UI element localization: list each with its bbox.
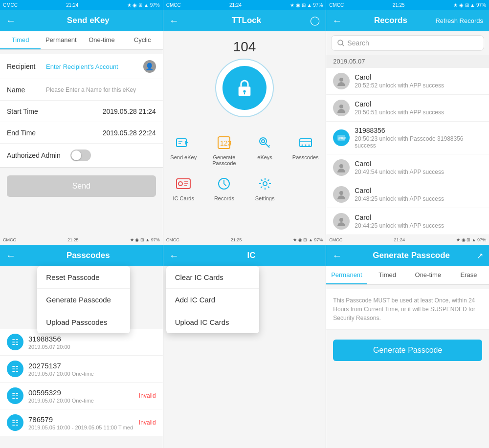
end-time-value[interactable]: 2019.05.28 22:24 bbox=[46, 129, 156, 137]
svg-point-14 bbox=[178, 182, 182, 186]
generate-passcode-button[interactable]: Generate Passcode bbox=[333, 340, 482, 361]
send-ekey-screen: ← Send eKey Timed Permanent One-time Cyc… bbox=[0, 10, 163, 235]
contact-icon[interactable]: 👤 bbox=[143, 60, 156, 73]
ttlock-body: 104 bbox=[163, 31, 326, 235]
gen-tab-timed[interactable]: Timed bbox=[367, 266, 408, 284]
avatar-5 bbox=[333, 213, 350, 230]
lock-number: 104 bbox=[233, 39, 256, 55]
passcode-item-3[interactable]: ☷ 786579 2019.05.05 10:00 - 2019.05.05 1… bbox=[0, 409, 163, 436]
carrier-right: CMCC bbox=[329, 2, 344, 8]
passcodes-back-icon[interactable]: ← bbox=[6, 250, 16, 261]
menu-ic-cards[interactable]: IC Cards bbox=[163, 170, 204, 205]
gen-back-icon[interactable]: ← bbox=[332, 250, 342, 261]
passcode-meta-1: 2019.05.07 20:00 One-time bbox=[28, 371, 156, 377]
ttlock-settings-icon[interactable]: ◯ bbox=[310, 15, 320, 26]
tab-one-time[interactable]: One-time bbox=[81, 31, 122, 49]
svg-point-18 bbox=[339, 78, 343, 82]
passcode-item-1[interactable]: ☷ 20275137 2019.05.07 20:00 One-time bbox=[0, 356, 163, 383]
svg-point-12 bbox=[308, 145, 310, 146]
gen-share-icon[interactable]: ↗ bbox=[477, 251, 483, 260]
refresh-records-button[interactable]: Refresh Records bbox=[435, 17, 483, 24]
passcodes-icon bbox=[296, 133, 315, 152]
record-time-4: 20:48:25 unlock with APP success bbox=[355, 195, 444, 202]
ttlock-back-icon[interactable]: ← bbox=[169, 15, 179, 26]
recipient-input[interactable]: Enter Recipient's Account bbox=[46, 63, 143, 70]
gen-tab-erase[interactable]: Erase bbox=[448, 266, 489, 284]
time-center: 21:24 bbox=[229, 2, 242, 8]
status-bar-left: CMCC 21:24 ★ ◉ ⊞ ▲ 97% bbox=[0, 0, 163, 10]
search-input-box[interactable]: Search bbox=[331, 35, 484, 51]
name-label: Name bbox=[7, 86, 46, 94]
menu-clear-ic-cards[interactable]: Clear IC Cards bbox=[166, 266, 259, 289]
record-time-0: 20:52:52 unlock with APP success bbox=[355, 82, 444, 89]
start-time-value[interactable]: 2019.05.28 21:24 bbox=[46, 107, 156, 115]
menu-reset-passcode[interactable]: Reset Passcode bbox=[37, 266, 130, 289]
send-button[interactable]: Send bbox=[7, 175, 156, 197]
passcodes-screen: ← Passcodes Reset Passcode Generate Pass… bbox=[0, 245, 163, 448]
lock-circle[interactable] bbox=[215, 59, 274, 117]
record-info-0: Carol 20:52:52 unlock with APP success bbox=[355, 73, 444, 89]
passcode-meta-3: 2019.05.05 10:00 - 2019.05.05 11:00 Time… bbox=[28, 425, 139, 430]
records-icon bbox=[214, 174, 234, 193]
svg-point-1 bbox=[243, 90, 245, 92]
tab-cyclic[interactable]: Cyclic bbox=[122, 31, 163, 49]
gen-tab-one-time[interactable]: One-time bbox=[408, 266, 448, 284]
passcode-status-2: Invalid bbox=[139, 392, 156, 399]
passcode-item-2[interactable]: ☷ 00595329 2019.05.07 20:00 One-time Inv… bbox=[0, 383, 163, 409]
carrier-center: CMCC bbox=[166, 2, 181, 8]
record-name-0: Carol bbox=[355, 73, 444, 81]
menu-generate-passcode[interactable]: 123 Generate Passcode bbox=[204, 129, 244, 170]
menu-records[interactable]: Records bbox=[204, 170, 244, 205]
svg-point-19 bbox=[339, 105, 343, 108]
passcode-meta-2: 2019.05.07 20:00 One-time bbox=[28, 398, 139, 404]
records-screen: ← Records Refresh Records Search 2019.05… bbox=[326, 10, 489, 235]
menu-passcodes[interactable]: Passcodes bbox=[285, 129, 326, 170]
avatar-1 bbox=[333, 100, 350, 116]
record-item-0: Carol 20:52:52 unlock with APP success bbox=[326, 68, 489, 95]
passcode-meta-0: 2019.05.07 20:00 bbox=[28, 344, 156, 350]
authorized-admin-label: Authorized Admin bbox=[7, 151, 70, 159]
lock-icon bbox=[234, 77, 255, 99]
svg-point-11 bbox=[305, 145, 306, 146]
record-item-5: Carol 20:44:25 unlock with APP success bbox=[326, 208, 489, 235]
back-arrow-icon[interactable]: ← bbox=[6, 15, 16, 26]
authorized-admin-toggle[interactable] bbox=[70, 149, 91, 161]
gen-passcode-title: Generate Passcode bbox=[346, 251, 477, 260]
menu-upload-ic-cards[interactable]: Upload IC Cards bbox=[166, 311, 259, 333]
search-placeholder: Search bbox=[347, 39, 369, 47]
gen-tab-permanent[interactable]: Permanent bbox=[326, 266, 367, 284]
tab-permanent[interactable]: Permanent bbox=[41, 31, 81, 49]
icons-right: ★ ◉ ⊞ ▲ 97% bbox=[453, 2, 486, 8]
menu-upload-passcodes[interactable]: Upload Passcodes bbox=[37, 311, 130, 333]
ekey-form: Recipient Enter Recipient's Account 👤 Na… bbox=[0, 54, 163, 168]
ttlock-title: TTLock bbox=[183, 16, 311, 25]
search-bar: Search bbox=[326, 31, 489, 55]
passcode-icon-1: ☷ bbox=[7, 361, 23, 377]
records-back-icon[interactable]: ← bbox=[332, 15, 342, 26]
name-input[interactable]: Please Enter a Name for this eKey bbox=[46, 86, 156, 93]
avatar-4 bbox=[333, 186, 350, 203]
tab-timed[interactable]: Timed bbox=[0, 31, 41, 49]
settings-icon bbox=[255, 174, 275, 193]
menu-generate-passcode-item[interactable]: Generate Passcode bbox=[37, 289, 130, 311]
date-header: 2019.05.07 bbox=[326, 55, 489, 68]
status-bar-center: CMCC 21:24 ★ ◉ ⊞ ▲ 97% bbox=[163, 0, 327, 10]
menu-add-ic-card[interactable]: Add IC Card bbox=[166, 289, 259, 311]
ic-title: IC bbox=[183, 251, 320, 260]
record-item-1: Carol 20:50:51 unlock with APP success bbox=[326, 95, 489, 122]
passcode-icon-0: ☷ bbox=[7, 334, 23, 350]
menu-settings[interactable]: Settings bbox=[244, 170, 285, 205]
start-time-label: Start Time bbox=[7, 107, 46, 115]
menu-settings-label: Settings bbox=[255, 195, 275, 201]
svg-text:123: 123 bbox=[220, 139, 232, 147]
record-info-4: Carol 20:48:25 unlock with APP success bbox=[355, 187, 444, 202]
record-item-4: Carol 20:48:25 unlock with APP success bbox=[326, 181, 489, 208]
icons-center: ★ ◉ ⊞ ▲ 97% bbox=[290, 2, 323, 8]
menu-ekeys[interactable]: eKeys bbox=[244, 129, 285, 170]
ic-cards-topbar: ← IC bbox=[163, 245, 326, 266]
records-scroll[interactable]: 2019.05.07 Carol 20:52:52 unlock with AP… bbox=[326, 55, 489, 235]
gen-notice: This Passcode MUST be used at least Once… bbox=[326, 289, 489, 330]
passcode-icon-2: ☷ bbox=[7, 387, 23, 404]
menu-send-ekey[interactable]: Send eKey bbox=[163, 129, 204, 170]
ic-back-icon[interactable]: ← bbox=[169, 250, 179, 261]
